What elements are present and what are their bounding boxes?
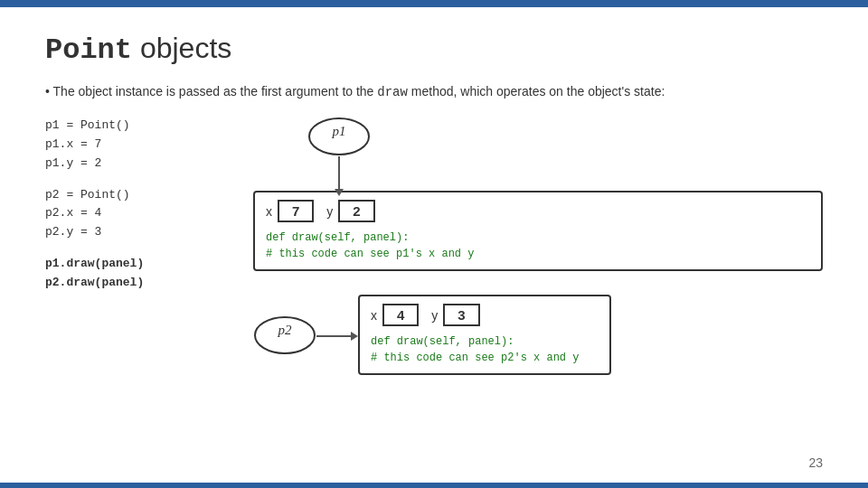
- p1-label: p1: [333, 124, 346, 139]
- p1-code-line1: def draw(self, panel):: [266, 230, 810, 246]
- p2-code-comment: def draw(self, panel): # this code can s…: [371, 333, 599, 366]
- left-code-panel: p1 = Point() p1.x = 7 p1.y = 2 p2 = Poin…: [45, 117, 226, 305]
- p2-label: p2: [278, 323, 292, 338]
- p2-arrowhead: [351, 332, 358, 341]
- p1-x-value: 7: [278, 200, 314, 222]
- slide-content: Point objects • The object instance is p…: [0, 7, 868, 483]
- p1-y-label: y: [326, 204, 333, 219]
- code-line: p2 = Point(): [45, 186, 226, 205]
- p2-arrow-right: [316, 335, 353, 337]
- title-normal: objects: [132, 32, 231, 64]
- p2-x-label: x: [371, 308, 377, 323]
- code-line: p1.x = 7: [45, 136, 226, 155]
- p2-y-label: y: [431, 308, 438, 323]
- title-code: Point: [45, 33, 132, 67]
- bullet-text-before: The object instance is passed as the fir…: [53, 84, 378, 99]
- p1-field-x-row: x 7 y 2: [266, 200, 810, 222]
- code-block-2: p2 = Point() p2.x = 4 p2.y = 3: [45, 186, 226, 242]
- p2-code-line2: # this code can see p2's x and y: [371, 350, 599, 366]
- bullet-code: draw: [377, 85, 408, 99]
- bullet-text-after: method, which operates on the object's s…: [408, 84, 665, 99]
- bottom-bar: [0, 483, 868, 488]
- right-diagrams-panel: p1 x 7 y 2 def draw(sel: [253, 117, 823, 375]
- code-line: p1 = Point(): [45, 117, 226, 136]
- bullet-paragraph: • The object instance is passed as the f…: [45, 82, 823, 102]
- main-layout: p1 = Point() p1.x = 7 p1.y = 2 p2 = Poin…: [45, 117, 823, 375]
- p2-bubble-arrow: p2: [253, 315, 353, 355]
- code-line-bold: p2.draw(panel): [45, 274, 226, 293]
- p1-arrow-down: [338, 156, 340, 191]
- p2-field-x-row: x 4 y 3: [371, 304, 599, 326]
- p1-x-label: x: [266, 204, 272, 219]
- p2-diagram: p2 x 4 y 3 def draw(sel: [253, 295, 823, 375]
- p2-oval-container: p2: [253, 315, 316, 355]
- p1-code-line2: # this code can see p1's x and y: [266, 246, 810, 262]
- p1-arrowhead: [335, 189, 344, 196]
- p1-bubble-area: p1: [298, 117, 823, 191]
- top-bar: [0, 0, 868, 7]
- page-number: 23: [808, 455, 823, 470]
- p2-y-value: 3: [443, 304, 479, 326]
- code-line: p2.x = 4: [45, 204, 226, 223]
- code-line-bold: p1.draw(panel): [45, 255, 226, 274]
- p1-diagram: p1 x 7 y 2 def draw(sel: [253, 117, 823, 271]
- code-block-1: p1 = Point() p1.x = 7 p1.y = 2: [45, 117, 226, 173]
- code-block-3: p1.draw(panel) p2.draw(panel): [45, 255, 226, 293]
- code-line: p2.y = 3: [45, 223, 226, 242]
- p1-oval-container: p1: [307, 117, 371, 156]
- p1-y-value: 2: [338, 200, 374, 222]
- p2-object-box: x 4 y 3 def draw(self, panel): # this co…: [358, 295, 611, 375]
- slide-title: Point objects: [45, 33, 823, 66]
- p1-object-box: x 7 y 2 def draw(self, panel): # this co…: [253, 191, 823, 271]
- p2-code-line1: def draw(self, panel):: [371, 333, 599, 350]
- p1-code-comment: def draw(self, panel): # this code can s…: [266, 230, 810, 262]
- p2-x-value: 4: [382, 304, 419, 326]
- code-line: p1.y = 2: [45, 155, 226, 174]
